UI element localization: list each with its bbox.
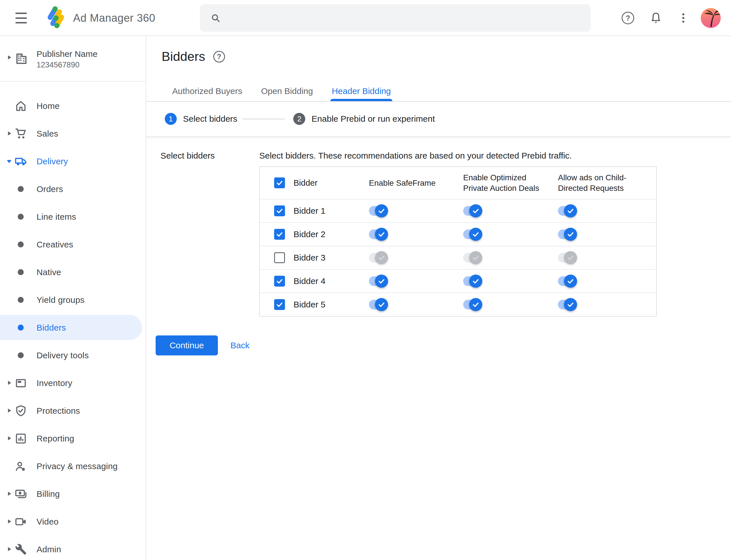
tab-bar: Authorized BuyersOpen BiddingHeader Bidd…: [163, 37, 400, 101]
sidebar-item-label: Yield groups: [37, 295, 85, 305]
sidebar-item-billing[interactable]: Billing: [0, 480, 146, 508]
section-label: Select bidders: [161, 151, 259, 317]
bidder-name: Bidder 5: [294, 300, 369, 309]
page-header: Bidders ? Authorized BuyersOpen BiddingH…: [146, 37, 731, 137]
inventory-icon: [14, 377, 27, 390]
bullet-icon: [18, 186, 24, 192]
sidebar: Publisher Name 1234567890 HomeSalesDeliv…: [0, 37, 146, 560]
sidebar-item-yield-groups[interactable]: Yield groups: [0, 286, 146, 314]
tab-open-bidding[interactable]: Open Bidding: [252, 86, 323, 101]
column-header-optimized-deals: Enable Optimized Private Auction Deals: [463, 172, 558, 193]
more-vert-icon[interactable]: [676, 11, 690, 25]
caret-right-icon: [8, 55, 11, 59]
search-input[interactable]: [228, 5, 582, 31]
sidebar-item-label: Inventory: [37, 378, 72, 388]
child-directed-toggle[interactable]: [558, 300, 574, 309]
column-header-child-directed: Allow ads on Child-Directed Requests: [558, 172, 656, 193]
safeframe-toggle[interactable]: [369, 300, 385, 309]
sidebar-item-bidders[interactable]: Bidders: [0, 314, 146, 341]
toggle-thumb: [469, 298, 482, 311]
action-buttons: Continue Back: [156, 335, 731, 355]
home-icon: [14, 99, 27, 113]
toggle-thumb: [375, 204, 388, 217]
row-checkbox[interactable]: [274, 205, 285, 216]
sidebar-item-sales[interactable]: Sales: [0, 120, 146, 147]
step-label: Enable Prebid or run experiment: [312, 114, 435, 124]
content-section: Select bidders Select bidders. These rec…: [146, 137, 731, 355]
tab-header-bidding[interactable]: Header Bidding: [323, 86, 400, 101]
money-icon: [14, 487, 27, 501]
sidebar-item-home[interactable]: Home: [0, 92, 146, 120]
sidebar-item-inventory[interactable]: Inventory: [0, 369, 146, 397]
truck-icon: [14, 155, 27, 168]
sidebar-item-label: Delivery tools: [37, 351, 89, 360]
help-icon[interactable]: ?: [621, 11, 635, 25]
sidebar-item-delivery[interactable]: Delivery: [0, 147, 146, 175]
toggle-thumb: [375, 251, 388, 264]
sidebar-item-protections[interactable]: Protections: [0, 397, 146, 425]
table-row-bidder-4: Bidder 4: [260, 269, 656, 293]
step-1[interactable]: 1 Select bidders: [165, 113, 237, 125]
sidebar-item-delivery-tools[interactable]: Delivery tools: [0, 341, 146, 369]
sidebar-item-label: Home: [37, 101, 60, 111]
stepper: 1 Select bidders2 Enable Prebid or run e…: [165, 102, 435, 136]
toggle-thumb: [564, 251, 577, 264]
caret-right-icon: [8, 381, 11, 385]
safeframe-toggle[interactable]: [369, 276, 385, 286]
search-icon: [210, 13, 221, 23]
select-all-checkbox[interactable]: [274, 177, 285, 188]
sidebar-item-orders[interactable]: Orders: [0, 175, 146, 203]
sidebar-item-reporting[interactable]: Reporting: [0, 425, 146, 452]
sidebar-item-admin[interactable]: Admin: [0, 535, 146, 560]
sidebar-item-label: Delivery: [37, 157, 68, 166]
safeframe-toggle[interactable]: [369, 206, 385, 216]
child-directed-toggle[interactable]: [558, 276, 574, 286]
sidebar-item-label: Privacy & messaging: [37, 461, 118, 471]
safeframe-toggle[interactable]: [369, 253, 385, 263]
shield-icon: [14, 404, 27, 417]
optimized-deals-toggle[interactable]: [463, 276, 480, 286]
safeframe-toggle[interactable]: [369, 229, 385, 239]
table-header-row: Bidder Enable SafeFrame Enable Optimized…: [260, 167, 656, 199]
step-2[interactable]: 2 Enable Prebid or run experiment: [293, 113, 435, 125]
toggle-thumb: [564, 275, 577, 288]
optimized-deals-toggle[interactable]: [463, 229, 480, 239]
optimized-deals-toggle[interactable]: [463, 300, 480, 309]
bidder-name: Bidder 3: [294, 253, 369, 263]
child-directed-toggle[interactable]: [558, 229, 574, 239]
sidebar-item-native[interactable]: Native: [0, 258, 146, 286]
toggle-thumb: [469, 275, 482, 288]
sidebar-item-line-items[interactable]: Line items: [0, 203, 146, 231]
sidebar-item-video[interactable]: Video: [0, 508, 146, 535]
optimized-deals-toggle[interactable]: [463, 253, 480, 263]
row-checkbox[interactable]: [274, 299, 285, 310]
caret-right-icon: [8, 547, 11, 551]
row-checkbox[interactable]: [274, 229, 285, 240]
app-title: Ad Manager 360: [73, 12, 155, 24]
sidebar-item-creatives[interactable]: Creatives: [0, 231, 146, 258]
back-button[interactable]: Back: [231, 341, 250, 350]
publisher-switcher[interactable]: Publisher Name 1234567890: [0, 37, 146, 82]
optimized-deals-toggle[interactable]: [463, 206, 480, 216]
sidebar-item-label: Creatives: [37, 240, 73, 249]
child-directed-toggle[interactable]: [558, 253, 574, 263]
wrench-icon: [14, 543, 27, 556]
step-number: 2: [293, 113, 305, 125]
sidebar-item-privacy-messaging[interactable]: Privacy & messaging: [0, 452, 146, 480]
tab-authorized-buyers[interactable]: Authorized Buyers: [163, 86, 252, 101]
search-bar[interactable]: [200, 4, 590, 32]
continue-button[interactable]: Continue: [156, 335, 218, 355]
toggle-thumb: [375, 298, 388, 311]
avatar[interactable]: [701, 8, 721, 28]
bullet-icon: [18, 325, 24, 331]
menu-icon[interactable]: [15, 13, 27, 23]
row-checkbox[interactable]: [274, 252, 285, 263]
toggle-thumb: [564, 228, 577, 241]
table-row-bidder-2: Bidder 2: [260, 222, 656, 246]
row-checkbox[interactable]: [274, 276, 285, 287]
caret-right-icon: [8, 519, 11, 523]
child-directed-toggle[interactable]: [558, 206, 574, 216]
caret-down-icon: [7, 160, 11, 163]
notifications-icon[interactable]: [649, 11, 663, 25]
sidebar-item-label: Reporting: [37, 434, 74, 443]
